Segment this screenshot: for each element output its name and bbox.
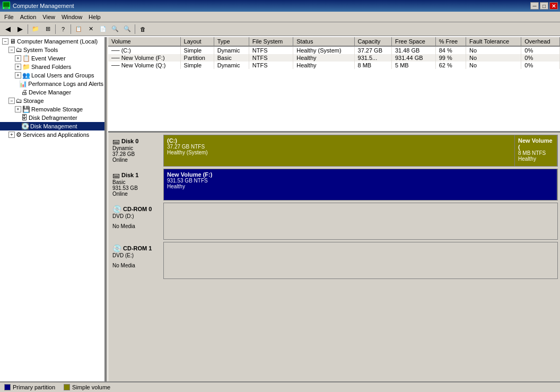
disk1-status: Online [112, 191, 161, 197]
vol-fs: NTFS [249, 46, 293, 54]
device-manager-label: Device Manager [29, 89, 71, 95]
table-row[interactable]: ── New Volume (F:)PartitionBasicNTFSHeal… [108, 54, 560, 62]
disk0-status: Online [112, 157, 161, 163]
removable-icon: 💾 [22, 106, 30, 113]
tree-perf-logs[interactable]: 📊 Performance Logs and Alerts [0, 80, 104, 88]
tree-removable-storage[interactable]: + 💾 Removable Storage [0, 105, 104, 114]
table-body: ── (C:)SimpleDynamicNTFSHealthy (System)… [108, 46, 560, 69]
col-pctfree[interactable]: % Free [435, 37, 466, 46]
disk1-vol-f-size: 931.53 GB NTFS [167, 178, 554, 184]
disk0-vol-q-name: New Volume ( [518, 137, 554, 150]
export-button[interactable]: 📋 [73, 23, 84, 35]
local-users-label: Local Users and Groups [31, 72, 94, 79]
back-button[interactable]: ◀ [2, 23, 14, 35]
table-row[interactable]: ── (C:)SimpleDynamicNTFSHealthy (System)… [108, 46, 560, 54]
tree-shared-folders[interactable]: + 📁 Shared Folders [0, 63, 104, 71]
defrag-icon: 🗄 [21, 114, 28, 121]
primary-legend-label: Primary partition [13, 384, 55, 390]
vol-fs: NTFS [249, 54, 293, 62]
cdrom0-name: CD-ROM 0 [123, 206, 152, 212]
tree-storage[interactable]: − 🗂 Storage [0, 97, 104, 105]
system-tools-expander[interactable]: − [8, 47, 15, 53]
legend-simple: Simple volume [64, 384, 110, 390]
col-status[interactable]: Status [293, 37, 354, 46]
event-icon: 📋 [22, 55, 30, 62]
show-hide-button[interactable]: ⊞ [42, 23, 54, 35]
col-filesystem[interactable]: File System [249, 37, 293, 46]
menu-help[interactable]: Help [85, 13, 104, 21]
help-button[interactable]: ? [57, 23, 69, 35]
menu-view[interactable]: View [39, 13, 58, 21]
tree-event-viewer[interactable]: + 📋 Event Viewer [0, 54, 104, 63]
disk1-vol-f[interactable]: New Volume (F:) 931.53 GB NTFS Healthy [164, 169, 557, 200]
disk0-vol-c[interactable]: (C:) 37.27 GB NTFS Healthy (System) [164, 135, 515, 166]
tree-disk-management[interactable]: 💽 Disk Management [0, 122, 104, 130]
maximize-button[interactable]: □ [540, 2, 548, 10]
menu-bar: FileActionViewWindowHelp [0, 12, 560, 22]
filter-button[interactable]: 🔍 [121, 23, 133, 35]
disk0-vol-q-status: Healthy [518, 156, 554, 162]
cdrom1-name: CD-ROM 1 [123, 245, 152, 251]
root-expander[interactable]: − [2, 38, 8, 45]
tree-services-apps[interactable]: + ⚙ Services and Applications [0, 130, 104, 139]
primary-legend-box [4, 384, 11, 390]
vol-freespace: 931.44 GB [391, 54, 435, 62]
vol-faulttol: No [466, 54, 521, 62]
col-type[interactable]: Type [214, 37, 249, 46]
toolbar-separator-3 [71, 24, 71, 34]
system-tools-label: System Tools [23, 47, 58, 53]
disk0-vol-q-size: 8 MB NTFS [518, 150, 554, 156]
col-faulttol[interactable]: Fault Tolerance [466, 37, 521, 46]
services-expander[interactable]: + [8, 132, 15, 138]
vol-overhead: 0% [521, 54, 560, 62]
col-overhead[interactable]: Overhead [521, 37, 560, 46]
cdrom0-icon: 💿 [112, 205, 121, 213]
disk0-vol-c-size: 37.27 GB NTFS [167, 144, 511, 150]
disk1-size: 931.53 GB [112, 185, 161, 191]
minimize-button[interactable]: ─ [530, 2, 539, 10]
shared-folders-label: Shared Folders [31, 64, 71, 70]
tree-local-users[interactable]: + 👥 Local Users and Groups [0, 71, 104, 80]
delete-button[interactable]: ✕ [85, 23, 97, 35]
menu-file[interactable]: File [1, 13, 17, 21]
removable-expander[interactable]: + [15, 106, 21, 112]
toolbar-separator-2 [55, 24, 56, 34]
tree-system-tools[interactable]: − 🗂 System Tools [0, 46, 104, 54]
disk-graphical-area: 🖴 Disk 0 Dynamic 37.28 GB Online (C:) 37… [108, 133, 560, 381]
menu-window[interactable]: Window [58, 13, 85, 21]
cdrom0-type: DVD (D:) [112, 213, 161, 219]
col-freespace[interactable]: Free Space [391, 37, 435, 46]
toolbar-separator-4 [135, 24, 135, 34]
table-row[interactable]: ── New Volume (Q:)SimpleDynamicNTFSHealt… [108, 62, 560, 69]
tree-device-manager[interactable]: 🖨 Device Manager [0, 88, 104, 97]
shared-folders-expander[interactable]: + [15, 64, 21, 70]
col-capacity[interactable]: Capacity [354, 37, 391, 46]
vol-capacity: 8 MB [354, 62, 391, 69]
tree-root[interactable]: − 🖥 Computer Management (Local) [0, 37, 104, 46]
disk0-vol-c-status: Healthy (System) [167, 150, 511, 155]
cdrom0-label: 💿 CD-ROM 0 DVD (D:) No Media [110, 203, 163, 240]
event-viewer-label: Event Viewer [31, 55, 66, 62]
tree-disk-defrag[interactable]: 🗄 Disk Defragmenter [0, 114, 104, 122]
vol-pctfree: 62 % [435, 62, 466, 69]
refresh-button[interactable]: 🗑 [137, 23, 148, 35]
menu-action[interactable]: Action [17, 13, 40, 21]
disk0-vol-q[interactable]: New Volume ( 8 MB NTFS Healthy [515, 135, 557, 166]
disk1-type: Basic [112, 179, 161, 185]
event-viewer-expander[interactable]: + [15, 55, 21, 62]
disk1-vol-f-name: New Volume (F:) [167, 171, 554, 178]
col-volume[interactable]: Volume [108, 37, 180, 46]
vol-overhead: 0% [521, 46, 560, 54]
vol-type: Dynamic [214, 46, 249, 54]
col-layout[interactable]: Layout [180, 37, 214, 46]
forward-button[interactable]: ▶ [14, 23, 26, 35]
up-button[interactable]: 📁 [30, 23, 41, 35]
storage-expander[interactable]: − [8, 98, 15, 104]
close-button[interactable]: ✕ [549, 2, 558, 10]
vol-freespace: 31.48 GB [391, 46, 435, 54]
search-button[interactable]: 🔍 [109, 23, 121, 35]
properties-button[interactable]: 📄 [97, 23, 109, 35]
local-users-expander[interactable]: + [15, 72, 21, 79]
title-text: Computer Management [13, 3, 529, 9]
legend-primary: Primary partition [4, 384, 55, 390]
